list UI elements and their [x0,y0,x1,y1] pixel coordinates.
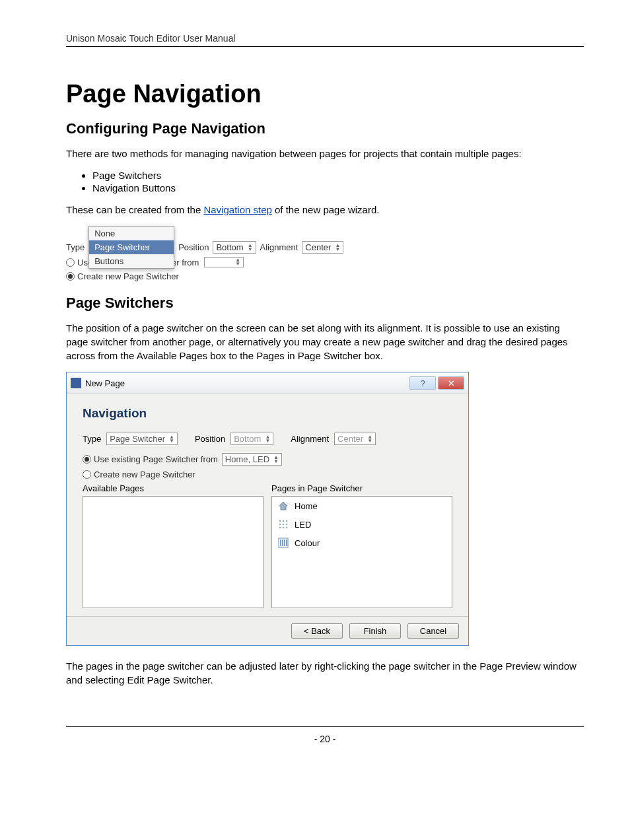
position-select[interactable]: Bottom ▲▼ [230,433,273,445]
finish-button[interactable]: Finish [349,623,401,639]
stepper-arrows-icon: ▲▼ [273,456,279,464]
svg-point-3 [279,524,281,526]
alignment-value: Center [305,242,331,252]
list-item: Page Switchers [92,170,584,181]
methods-list: Page Switchers Navigation Buttons [66,170,584,193]
position-select[interactable]: Bottom ▲▼ [213,241,256,254]
radio-icon [66,258,75,267]
svg-point-8 [286,527,288,529]
svg-point-0 [279,520,281,522]
pages-in-switcher-label: Pages in Page Switcher [271,483,452,493]
radio-create-new-row[interactable]: Create new Page Switcher [66,271,584,281]
section-heading-switchers: Page Switchers [66,295,584,312]
stepper-arrows-icon: ▲▼ [265,435,270,443]
stepper-arrows-icon: ▲▼ [335,244,340,252]
svg-point-1 [283,520,285,522]
svg-point-5 [286,524,288,526]
list-item: Navigation Buttons [92,182,584,193]
radio-create-label: Create new Page Switcher [77,271,179,281]
stepper-arrows-icon: ▲▼ [235,258,240,266]
list-item[interactable]: Colour [272,534,452,552]
switchers-paragraph: The position of a page switcher on the s… [66,321,584,363]
list-item[interactable]: LED [272,515,452,534]
radio-icon [66,272,75,281]
radio-create-label: Create new Page Switcher [94,470,195,479]
type-value: Page Switcher [110,434,165,444]
type-option-none[interactable]: None [89,227,174,240]
stepper-arrows-icon: ▲▼ [248,244,253,252]
alignment-label: Alignment [260,242,298,252]
navigation-step-link[interactable]: Navigation step [203,204,271,215]
app-icon [71,378,81,388]
existing-from-select[interactable]: Home, LED ▲▼ [222,453,282,466]
intro-paragraph: There are two methods for managing navig… [66,147,584,160]
help-button[interactable]: ? [409,376,436,390]
list-item-label: Home [295,501,318,511]
list-item-label: Colour [295,538,320,548]
type-option-pageswitcher[interactable]: Page Switcher [89,240,174,254]
existing-value: Home, LED [225,454,269,464]
colour-icon [277,537,289,549]
new-page-dialog: New Page ? ✕ Navigation Type Page Switch… [66,372,469,646]
svg-rect-12 [284,540,285,546]
radio-icon [83,455,91,464]
alignment-label: Alignment [291,434,329,444]
svg-point-4 [283,524,285,526]
led-icon [277,518,289,530]
radio-create-new[interactable]: Create new Page Switcher [83,470,452,479]
svg-point-7 [283,527,285,529]
type-select[interactable]: Page Switcher ▲▼ [106,433,178,445]
type-label: Type [83,434,101,444]
type-dropdown-open[interactable]: None Page Switcher Buttons [88,226,174,269]
svg-point-2 [286,520,288,522]
text: These can be created from the [66,204,203,215]
list-item-label: LED [295,520,311,530]
figure-type-dropdown: Type None Page Switcher Buttons Position… [66,226,584,281]
type-option-buttons[interactable]: Buttons [89,254,174,268]
radio-icon [83,470,91,479]
section-heading-configuring: Configuring Page Navigation [66,120,584,137]
svg-rect-13 [286,540,287,546]
existing-from-select[interactable]: ▲▼ [204,257,244,267]
manual-header: Unison Mosaic Touch Editor User Manual [66,33,584,47]
svg-rect-10 [280,540,281,546]
dialog-title-text: New Page [85,378,125,388]
close-button[interactable]: ✕ [438,376,464,390]
page-number: - 20 - [314,734,336,744]
dialog-heading: Navigation [83,406,452,421]
wizard-note: These can be created from the Navigation… [66,203,584,217]
svg-point-6 [279,527,281,529]
available-pages-label: Available Pages [83,483,263,493]
back-button[interactable]: < Back [291,623,343,639]
page-title: Page Navigation [66,80,584,108]
cancel-button[interactable]: Cancel [407,623,459,639]
position-value: Bottom [216,242,243,252]
position-label: Position [178,242,209,252]
stepper-arrows-icon: ▲▼ [169,435,174,443]
list-item[interactable]: Home [272,497,452,515]
radio-use-existing[interactable]: Use existing Page Switcher from Home, LE… [83,453,452,466]
text: of the new page wizard. [272,204,380,215]
svg-rect-11 [282,540,283,546]
alignment-select[interactable]: Center ▲▼ [334,433,376,445]
home-icon [277,500,289,512]
available-pages-listbox[interactable] [83,496,263,608]
type-label: Type [66,242,85,252]
dialog-titlebar: New Page ? ✕ [67,372,468,394]
stepper-arrows-icon: ▲▼ [367,435,372,443]
alignment-select[interactable]: Center ▲▼ [302,241,343,254]
radio-existing-label: Use existing Page Switcher from [94,454,218,464]
position-value: Bottom [234,434,261,444]
alignment-value: Center [337,434,363,444]
adjust-later-paragraph: The pages in the page switcher can be ad… [66,659,584,687]
position-label: Position [195,434,225,444]
pages-in-switcher-listbox[interactable]: Home LED [271,496,452,608]
